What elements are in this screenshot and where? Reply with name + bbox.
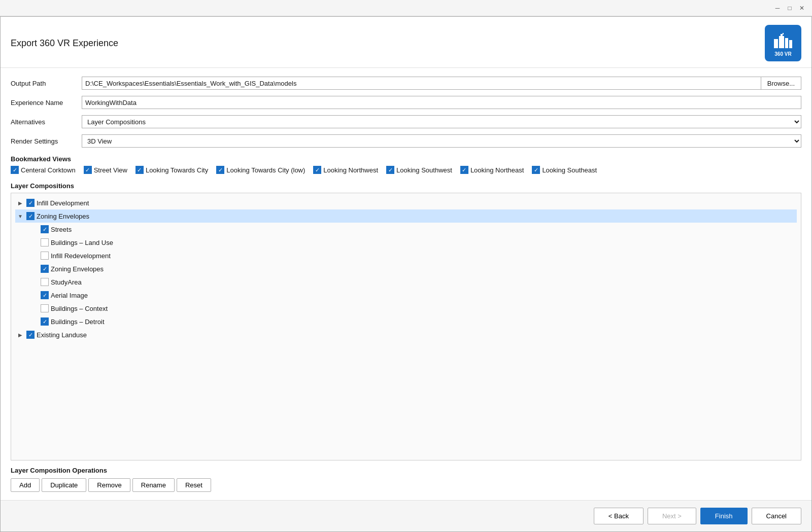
bookmark-cb-centeral-corktown[interactable] <box>11 166 19 174</box>
tree-row-zoning-envelopes[interactable]: ▼ Zoning Envelopes <box>15 209 797 223</box>
tree-toggle-existing-landuse[interactable]: ▶ <box>16 331 24 339</box>
tree-row-infill-redevelopment[interactable]: Infill Redevelopment <box>15 249 797 262</box>
maximize-button[interactable]: □ <box>784 2 796 14</box>
browse-button[interactable]: Browse... <box>761 77 801 90</box>
render-settings-row: Render Settings 3D View <box>11 134 801 148</box>
bookmark-label-looking-northeast: Looking Northeast <box>470 166 524 174</box>
next-button[interactable]: Next > <box>648 508 696 524</box>
bookmark-cb-looking-northwest[interactable] <box>313 166 321 174</box>
tree-toggle-zoning-envelopes[interactable]: ▼ <box>16 212 24 220</box>
tree-label-infill-redevelopment: Infill Redevelopment <box>51 252 111 260</box>
tree-cb-zoning-envelopes-child[interactable] <box>41 265 49 273</box>
tree-row-study-area[interactable]: StudyArea <box>15 275 797 289</box>
add-button[interactable]: Add <box>11 478 40 492</box>
tree-label-infill-development: Infill Development <box>37 199 89 207</box>
bookmark-looking-northwest: Looking Northwest <box>313 166 378 174</box>
bookmark-looking-northeast: Looking Northeast <box>460 166 524 174</box>
experience-name-input[interactable] <box>82 96 801 109</box>
operations-buttons: Add Duplicate Remove Rename Reset <box>11 478 801 492</box>
svg-rect-4 <box>781 34 783 37</box>
bookmarked-views-title: Bookmarked Views <box>11 155 801 163</box>
back-button[interactable]: < Back <box>594 508 644 524</box>
tree-cb-buildings-land-use[interactable] <box>41 238 49 246</box>
tree-cb-zoning-envelopes[interactable] <box>26 212 35 220</box>
layer-composition-operations: Layer Composition Operations Add Duplica… <box>11 467 801 492</box>
bookmark-label-looking-towards-city: Looking Towards City <box>146 166 208 174</box>
svg-rect-1 <box>779 36 784 48</box>
svg-rect-5 <box>783 33 784 34</box>
experience-name-row: Experience Name <box>11 95 801 110</box>
tree-row-buildings-land-use[interactable]: Buildings – Land Use <box>15 236 797 249</box>
tree-cb-existing-landuse[interactable] <box>26 331 35 339</box>
tree-label-buildings-detroit: Buildings – Detroit <box>51 318 105 326</box>
remove-button[interactable]: Remove <box>88 478 130 492</box>
tree-label-zoning-envelopes-child: Zoning Envelopes <box>51 265 104 273</box>
tree-label-existing-landuse: Existing Landuse <box>37 331 87 339</box>
tree-row-infill-development[interactable]: ▶ Infill Development <box>15 196 797 209</box>
bookmark-looking-southwest: Looking Southwest <box>386 166 452 174</box>
dialog-header: Export 360 VR Experience 360 VR <box>1 17 811 68</box>
duplicate-button[interactable]: Duplicate <box>42 478 86 492</box>
tree-row-zoning-envelopes-child[interactable]: Zoning Envelopes <box>15 262 797 275</box>
rename-button[interactable]: Rename <box>132 478 175 492</box>
experience-name-label: Experience Name <box>11 99 82 107</box>
bookmarks-row: Centeral Corktown Street View Looking To… <box>11 166 801 174</box>
tree-cb-study-area[interactable] <box>41 278 49 286</box>
tree-cb-infill-development[interactable] <box>26 199 35 207</box>
alternatives-row: Alternatives Layer Compositions <box>11 115 801 129</box>
bookmark-label-looking-northwest: Looking Northwest <box>323 166 378 174</box>
tree-row-buildings-context[interactable]: Buildings – Context <box>15 302 797 315</box>
tree-cb-aerial-image[interactable] <box>41 291 49 299</box>
bookmark-label-looking-towards-city-low: Looking Towards City (low) <box>226 166 305 174</box>
bookmark-centeral-corktown: Centeral Corktown <box>11 166 76 174</box>
cancel-button[interactable]: Cancel <box>752 508 801 524</box>
tree-toggle-infill-development[interactable]: ▶ <box>16 199 24 207</box>
dialog-title: Export 360 VR Experience <box>11 38 118 49</box>
layer-compositions-tree[interactable]: ▶ Infill Development ▼ Zoning Envelopes … <box>11 193 801 460</box>
output-path-input[interactable] <box>82 77 761 90</box>
minimize-button[interactable]: ─ <box>771 2 784 14</box>
tree-cb-streets[interactable] <box>41 225 49 233</box>
tree-row-buildings-detroit[interactable]: Buildings – Detroit <box>15 315 797 328</box>
bookmark-label-centeral-corktown: Centeral Corktown <box>21 166 76 174</box>
bookmark-cb-looking-northeast[interactable] <box>460 166 468 174</box>
reset-button[interactable]: Reset <box>177 478 211 492</box>
tree-label-streets: Streets <box>51 226 72 233</box>
bookmark-cb-looking-southwest[interactable] <box>386 166 394 174</box>
alternatives-select[interactable]: Layer Compositions <box>82 115 801 128</box>
bookmark-cb-looking-southeast[interactable] <box>532 166 540 174</box>
bookmark-street-view: Street View <box>84 166 127 174</box>
tree-cb-buildings-context[interactable] <box>41 304 49 312</box>
bookmark-cb-looking-towards-city-low[interactable] <box>216 166 224 174</box>
dialog-footer: < Back Next > Finish Cancel <box>1 500 811 531</box>
render-settings-select[interactable]: 3D View <box>82 134 801 148</box>
operations-title: Layer Composition Operations <box>11 467 801 474</box>
layer-compositions-title: Layer Compositions <box>11 182 801 190</box>
output-path-row: Output Path Browse... <box>11 76 801 90</box>
title-bar: ─ □ ✕ <box>0 0 812 16</box>
bookmark-looking-southeast: Looking Southeast <box>532 166 597 174</box>
bookmark-looking-towards-city-low: Looking Towards City (low) <box>216 166 305 174</box>
dialog-body: Output Path Browse... Experience Name Al… <box>1 68 811 500</box>
svg-rect-3 <box>789 40 792 48</box>
bookmark-label-street-view: Street View <box>94 166 127 174</box>
logo-text: 360 VR <box>774 51 791 57</box>
svg-rect-2 <box>785 38 788 48</box>
tree-cb-infill-redevelopment[interactable] <box>41 252 49 260</box>
app-logo: 360 VR <box>765 25 801 61</box>
tree-cb-buildings-detroit[interactable] <box>41 317 49 326</box>
render-settings-label: Render Settings <box>11 137 82 145</box>
bookmark-label-looking-southwest: Looking Southwest <box>396 166 452 174</box>
tree-row-aerial-image[interactable]: Aerial Image <box>15 289 797 302</box>
export-dialog: Export 360 VR Experience 360 VR Output P… <box>0 16 812 532</box>
bookmark-cb-street-view[interactable] <box>84 166 92 174</box>
bookmark-label-looking-southeast: Looking Southeast <box>542 166 597 174</box>
tree-label-buildings-land-use: Buildings – Land Use <box>51 239 113 246</box>
tree-row-existing-landuse[interactable]: ▶ Existing Landuse <box>15 328 797 341</box>
tree-row-streets[interactable]: Streets <box>15 223 797 236</box>
finish-button[interactable]: Finish <box>700 508 748 524</box>
tree-label-buildings-context: Buildings – Context <box>51 305 108 312</box>
bookmark-cb-looking-towards-city[interactable] <box>136 166 144 174</box>
close-button[interactable]: ✕ <box>796 2 808 14</box>
tree-label-study-area: StudyArea <box>51 278 82 286</box>
